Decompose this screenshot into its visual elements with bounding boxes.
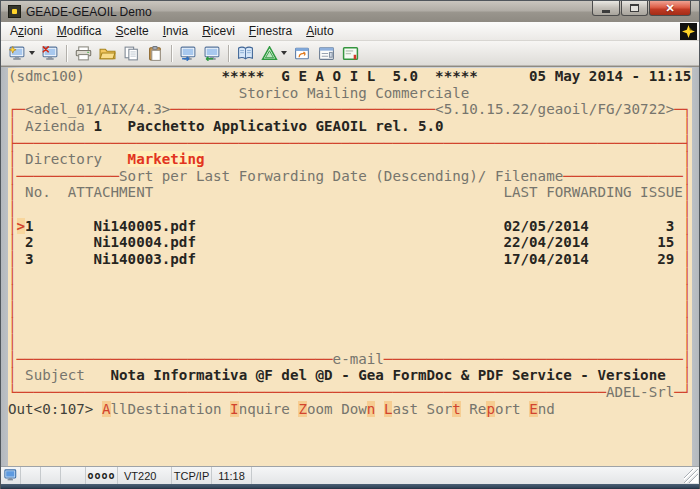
menu-item-invia[interactable]: Invia — [156, 23, 195, 39]
terminal-row: ┌─<adel_01/AIX/4.3>─────────────────────… — [8, 101, 692, 118]
protocol: TCP/IP — [172, 467, 212, 484]
properties-button[interactable] — [314, 43, 338, 64]
status-bar: ooooVT220TCP/IP11:18 — [1, 466, 699, 484]
receive-button[interactable] — [200, 43, 224, 64]
status-cell — [61, 467, 86, 484]
terminal-row: Storico Mailing Commerciale — [8, 85, 692, 102]
menu-item-azioni[interactable]: Azioni — [3, 23, 50, 39]
window-controls: ✕ — [591, 1, 691, 16]
status-cell — [21, 467, 41, 484]
menu-item-finestra[interactable]: Finestra — [242, 23, 299, 39]
toolbar — [1, 41, 699, 66]
terminal-row: └───────────────────────────────────────… — [8, 384, 692, 401]
terminal-screen[interactable]: (sdmc100) ***** G E A O I L 5.0 ***** 05… — [8, 68, 692, 467]
copy-icon — [123, 46, 140, 61]
app-icon — [8, 5, 21, 18]
connect-button[interactable] — [5, 43, 29, 64]
paste-button[interactable] — [143, 43, 167, 64]
terminal-row: │ 2 Ni140004.pdf 22/04/2014 15 │ — [8, 234, 692, 251]
connection-status — [1, 467, 21, 484]
window-bottom-edge — [1, 484, 699, 489]
terminal-row: │ │ — [8, 201, 692, 218]
terminal-row: │ No. ATTACHMENT LAST FORWARDING ISSUE│ — [8, 184, 692, 201]
terminal-row — [8, 450, 692, 467]
minimize-icon — [602, 10, 610, 13]
terminal-status-icon — [4, 469, 17, 483]
menu-item-ricevi[interactable]: Ricevi — [195, 23, 242, 39]
connect-icon — [9, 46, 26, 61]
open-icon — [99, 46, 116, 61]
receive-icon — [204, 46, 221, 61]
title-bar[interactable]: GEADE-GEAOIL Demo ✕ — [1, 1, 699, 22]
terminal-row: │ Azienda 1 Pacchetto Applicativo GEAOIL… — [8, 118, 692, 135]
close-icon: ✕ — [665, 2, 674, 15]
window-title: GEADE-GEAOIL Demo — [26, 5, 152, 19]
disconnect-icon — [42, 46, 59, 61]
open-button[interactable] — [95, 43, 119, 64]
session-button[interactable] — [338, 43, 362, 64]
terminal-row: │>1 Ni140005.pdf 02/05/2014 3 │ — [8, 218, 692, 235]
status-cell — [41, 467, 61, 484]
dropdown-arrow-icon[interactable] — [29, 51, 35, 55]
terminal-row: Out<0:107> AllDestination Inquire Zoom D… — [8, 401, 692, 418]
print-icon — [75, 46, 92, 61]
session-icon — [342, 46, 359, 61]
terminal-row: │ │ — [8, 301, 692, 318]
send-icon — [180, 46, 197, 61]
terminal-row — [8, 417, 692, 434]
modem-lights: oooo — [86, 467, 118, 484]
minimize-button[interactable] — [592, 1, 620, 16]
disconnect-button[interactable] — [38, 43, 62, 64]
maximize-icon — [630, 4, 639, 12]
terminal-row: │ │ — [8, 317, 692, 334]
app-window: GEADE-GEAOIL Demo ✕ AzioniModificaScelte… — [0, 0, 700, 489]
terminal-row: │ Subject Nota Informativa @F del @D - G… — [8, 367, 692, 384]
terminal-type: VT220 — [118, 467, 172, 484]
terminal-row: │ Directory Marketing │ — [8, 151, 692, 168]
capture-button[interactable] — [290, 43, 314, 64]
terminal-row: │ 3 Ni140003.pdf 17/04/2014 29 │ — [8, 251, 692, 268]
close-button[interactable]: ✕ — [649, 1, 691, 16]
menu-item-aiuto[interactable]: Aiuto — [299, 23, 340, 39]
properties-icon — [318, 46, 335, 61]
terminal-row: │────────────Sort per Last Forwarding Da… — [8, 168, 692, 185]
dropdown-arrow-icon[interactable] — [281, 51, 287, 55]
terminal-row: │ │ — [8, 268, 692, 285]
status-filler — [252, 467, 684, 484]
terminal-row: │ │ — [8, 334, 692, 351]
copy-button[interactable] — [119, 43, 143, 64]
toolbar-separator — [228, 45, 229, 62]
toolbar-separator — [66, 45, 67, 62]
address-book-button[interactable] — [233, 43, 257, 64]
clock: 11:18 — [212, 467, 252, 484]
menu-bar: AzioniModificaScelteInviaRiceviFinestraA… — [1, 22, 699, 41]
terminal-frame: (sdmc100) ***** G E A O I L 5.0 ***** 05… — [1, 66, 699, 466]
menu-item-modifica[interactable]: Modifica — [50, 23, 109, 39]
convert-icon — [261, 46, 278, 61]
terminal-row: │─────────────────────────────────────e-… — [8, 351, 692, 368]
menu-item-scelte[interactable]: Scelte — [108, 23, 155, 39]
terminal-row: (sdmc100) ***** G E A O I L 5.0 ***** 05… — [8, 68, 692, 85]
geade-logo-icon — [680, 23, 697, 40]
address-book-icon — [237, 46, 254, 61]
terminal-row: │ │ — [8, 284, 692, 301]
terminal-row: ├───────────────────────────────────────… — [8, 135, 692, 152]
paste-icon — [147, 46, 164, 61]
terminal-row — [8, 434, 692, 451]
toolbar-separator — [171, 45, 172, 62]
resize-grip[interactable] — [684, 469, 698, 483]
send-button[interactable] — [176, 43, 200, 64]
print-button[interactable] — [71, 43, 95, 64]
capture-icon — [294, 46, 311, 61]
convert-button[interactable] — [257, 43, 281, 64]
maximize-button[interactable] — [621, 1, 648, 16]
